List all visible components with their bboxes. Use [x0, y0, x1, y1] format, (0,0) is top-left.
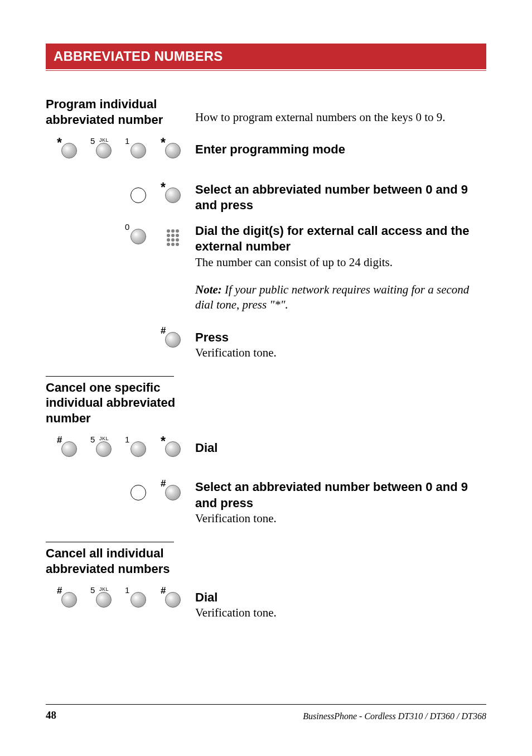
key-1-label: 1: [125, 585, 129, 595]
program-step3a-text: Dial the digit(s) for external call acce…: [195, 223, 486, 254]
program-step1-keys: * 5JKL 1 *: [46, 137, 185, 163]
key-button: [130, 143, 146, 158]
key-5: 5JKL: [91, 138, 116, 163]
key-button: [165, 332, 181, 348]
keypad-icon: [161, 224, 185, 249]
key-button: [165, 143, 181, 158]
key-5-sup: JKL: [99, 137, 109, 143]
cancel-all-step1b-text: Verification tone.: [195, 605, 486, 620]
document-title: BusinessPhone - Cordless DT310 / DT360 /…: [303, 711, 486, 721]
program-step1-text: Enter programming mode: [195, 137, 486, 157]
program-step2-text: Select an abbreviated number between 0 a…: [195, 182, 486, 213]
key-star-label: *: [161, 435, 166, 448]
placeholder-circle: [126, 183, 151, 208]
key-star: *: [57, 138, 81, 163]
cancel-all-section: Cancel all individual abbreviated number…: [46, 542, 486, 620]
key-button: [96, 592, 112, 608]
divider: [46, 542, 174, 542]
key-hash-label: #: [161, 478, 166, 489]
key-hash: #: [161, 480, 185, 505]
key-hash-label: #: [57, 585, 62, 596]
key-button: [165, 187, 181, 203]
key-1: 1: [126, 588, 151, 612]
program-heading: Program individual abbreviated number: [46, 97, 185, 127]
key-button: [130, 229, 146, 244]
program-step4-row: # Press Verification tone.: [46, 326, 486, 360]
key-button: [130, 441, 146, 457]
cancel-all-step1-text-wrap: Dial Verification tone.: [185, 586, 486, 620]
cancel-one-heading-row: Cancel one specific individual abbreviat…: [46, 380, 486, 426]
key-0: 0: [126, 224, 151, 249]
cancel-one-step2a-text: Select an abbreviated number between 0 a…: [195, 479, 486, 511]
program-step1-text-wrap: Enter programming mode: [185, 137, 486, 157]
program-step3b-text: The number can consist of up to 24 digit…: [195, 255, 486, 270]
key-star-label: *: [161, 137, 166, 150]
key-button: [130, 592, 146, 608]
section-title-underline: [46, 70, 486, 71]
key-1-label: 1: [125, 435, 129, 444]
key-button: [96, 441, 112, 457]
key-button: [165, 592, 181, 608]
key-button: [165, 441, 181, 457]
cancel-all-heading-row: Cancel all individual abbreviated number…: [46, 546, 486, 576]
key-5-sup: JKL: [99, 436, 109, 441]
key-1: 1: [126, 437, 151, 461]
key-5: 5JKL: [91, 437, 116, 461]
program-intro-text: How to program external numbers on the k…: [195, 97, 486, 125]
program-step3-keys: 0: [46, 223, 185, 249]
program-intro: How to program external numbers on the k…: [185, 97, 486, 125]
cancel-one-heading: Cancel one specific individual abbreviat…: [46, 380, 185, 426]
key-5: 5JKL: [91, 588, 116, 612]
key-0-label: 0: [125, 222, 129, 232]
empty-circle-icon: [130, 187, 146, 203]
key-5-label: 5: [90, 136, 95, 146]
cancel-all-heading-text: Cancel all individual abbreviated number…: [46, 546, 185, 576]
key-hash: #: [57, 588, 81, 612]
cancel-all-step1-keys: # 5JKL 1 #: [46, 586, 185, 612]
divider: [46, 376, 174, 377]
cancel-one-section: Cancel one specific individual abbreviat…: [46, 376, 486, 526]
program-step4-keys: #: [46, 326, 185, 352]
cancel-one-step1-text: Dial: [195, 436, 486, 456]
key-hash: #: [161, 588, 185, 612]
key-star: *: [161, 437, 185, 461]
key-star: *: [161, 183, 185, 208]
program-step1-row: * 5JKL 1 * Enter programming mode: [46, 137, 486, 163]
key-button: [61, 441, 77, 457]
key-5-label: 5: [90, 585, 95, 595]
program-step3-text-wrap: Dial the digit(s) for external call acce…: [185, 223, 486, 312]
program-step4a-text: Press: [195, 326, 486, 345]
cancel-one-step2-row: # Select an abbreviated number between 0…: [46, 479, 486, 526]
key-5-sup: JKL: [99, 586, 109, 592]
program-step2-text-wrap: Select an abbreviated number between 0 a…: [185, 182, 486, 213]
key-hash-label: #: [57, 435, 62, 446]
cancel-one-step1-text-wrap: Dial: [185, 436, 486, 456]
cancel-one-step1-keys: # 5JKL 1 *: [46, 436, 185, 461]
cancel-one-step1-row: # 5JKL 1 * Dial: [46, 436, 486, 461]
page-footer: 48 BusinessPhone - Cordless DT310 / DT36…: [46, 704, 486, 721]
cancel-all-heading: Cancel all individual abbreviated number…: [46, 546, 185, 576]
program-note-label: Note:: [195, 283, 222, 296]
key-hash-label: #: [161, 585, 166, 596]
key-5-label: 5: [90, 435, 95, 444]
key-1-label: 1: [125, 136, 129, 146]
key-hash-label: #: [161, 325, 166, 336]
placeholder-circle: [126, 480, 151, 505]
program-step4-text-wrap: Press Verification tone.: [185, 326, 486, 360]
key-star: *: [161, 138, 185, 163]
keypad-mini: [165, 227, 181, 246]
program-heading-text: Program individual abbreviated number: [46, 97, 185, 127]
key-button: [61, 143, 77, 158]
page-root: ABBREVIATED NUMBERS Program individual a…: [0, 0, 532, 756]
key-hash: #: [161, 328, 185, 352]
program-note-body: If your public network requires waiting …: [195, 283, 469, 311]
key-hash: #: [57, 437, 81, 461]
cancel-one-step2b-text: Verification tone.: [195, 511, 486, 526]
key-button: [165, 485, 181, 500]
empty-circle-icon: [130, 485, 146, 500]
program-heading-row: Program individual abbreviated number Ho…: [46, 97, 486, 127]
program-step2-keys: *: [46, 182, 185, 208]
cancel-one-step2-keys: #: [46, 479, 185, 505]
cancel-all-step1a-text: Dial: [195, 586, 486, 605]
program-step2-row: * Select an abbreviated number between 0…: [46, 182, 486, 213]
